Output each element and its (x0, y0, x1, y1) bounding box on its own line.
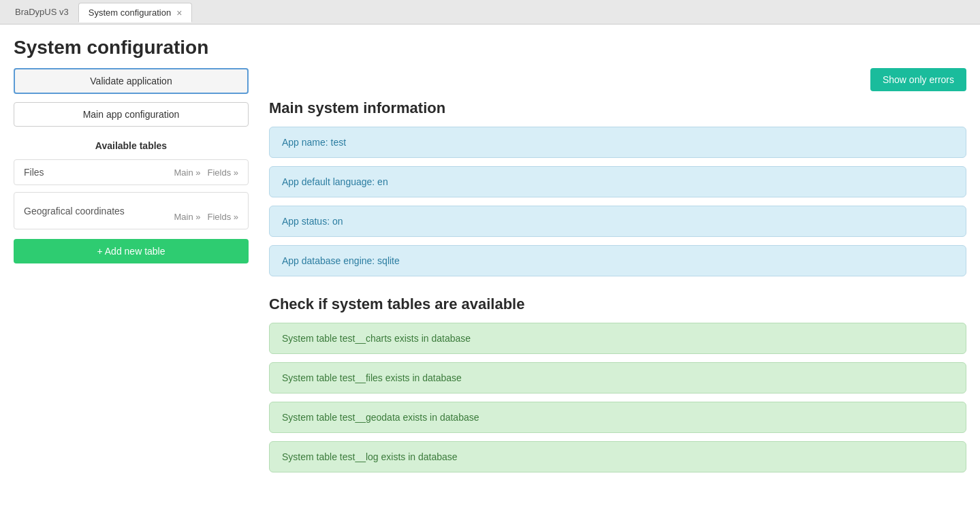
table-item-files: Files Main » Fields » (14, 159, 249, 185)
main-app-config-button[interactable]: Main app configuration (14, 102, 249, 127)
show-only-errors-button[interactable]: Show only errors (870, 68, 966, 91)
table-geocoords-main-link[interactable]: Main » (174, 212, 200, 222)
table-name-geocoords: Geografical coordinates (24, 206, 125, 216)
validate-application-button[interactable]: Validate application (14, 68, 249, 94)
info-card-dbengine: App database engine: sqlite (269, 245, 966, 276)
table-item-geocoords-header: Geografical coordinates Main » Fields » (24, 199, 238, 222)
sidebar: Validate application Main app configurat… (14, 68, 249, 481)
table-files-fields-link[interactable]: Fields » (207, 167, 238, 178)
check-card-log: System table test__log exists in databas… (269, 441, 966, 472)
tab-bradypus[interactable]: BraDypUS v3 (5, 3, 78, 21)
add-new-table-button[interactable]: + Add new table (14, 239, 249, 263)
table-files-main-link[interactable]: Main » (174, 167, 200, 178)
tab-bradypus-label: BraDypUS v3 (15, 7, 69, 17)
check-tables-section: Check if system tables are available Sys… (269, 295, 966, 472)
tab-bar: BraDypUS v3 System configuration × (0, 0, 980, 25)
table-geocoords-fields-link[interactable]: Fields » (207, 212, 238, 222)
tab-system-config-label: System configuration (89, 7, 171, 18)
main-layout: Validate application Main app configurat… (0, 68, 980, 481)
page-title: System configuration (0, 25, 980, 68)
check-card-geodata: System table test__geodata exists in dat… (269, 402, 966, 433)
info-card-status: App status: on (269, 206, 966, 237)
content-header: Show only errors (269, 68, 966, 91)
table-item-geocoords: Geografical coordinates Main » Fields » (14, 192, 249, 229)
check-tables-section-title: Check if system tables are available (269, 295, 966, 313)
content-area: Show only errors Main system information… (269, 68, 966, 481)
table-item-files-header: Files Main » Fields » (24, 167, 238, 178)
available-tables-title: Available tables (14, 140, 249, 151)
info-card-appname: App name: test (269, 127, 966, 158)
check-card-files: System table test__files exists in datab… (269, 362, 966, 393)
tab-system-config[interactable]: System configuration × (78, 3, 193, 22)
table-name-files: Files (24, 167, 44, 178)
table-item-geocoords-links: Main » Fields » (174, 212, 238, 222)
main-info-section-title: Main system information (269, 99, 966, 117)
table-item-files-links: Main » Fields » (174, 167, 238, 178)
check-card-charts: System table test__charts exists in data… (269, 323, 966, 354)
tab-close-icon[interactable]: × (176, 8, 182, 18)
info-card-language: App default language: en (269, 166, 966, 197)
